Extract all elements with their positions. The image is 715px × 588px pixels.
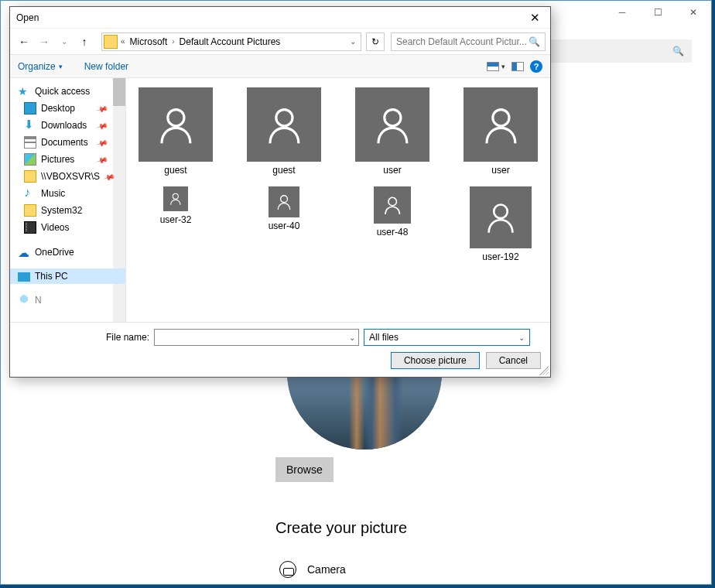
camera-row[interactable]: Camera xyxy=(279,561,346,578)
music-icon: ♪ xyxy=(24,187,36,200)
svg-point-0 xyxy=(167,109,183,125)
documents-icon xyxy=(24,136,36,149)
nav-back-button[interactable]: ← xyxy=(15,32,33,51)
breadcrumb-default-pictures[interactable]: Default Account Pictures xyxy=(176,36,284,47)
file-thumb[interactable]: user-40 xyxy=(238,183,330,265)
chevron-down-icon[interactable]: ⌄ xyxy=(349,333,355,342)
file-thumb[interactable]: user xyxy=(346,84,439,179)
svg-point-3 xyxy=(492,109,508,125)
maximize-button[interactable]: ☐ xyxy=(640,1,676,24)
filename-input[interactable]: ⌄ xyxy=(154,329,359,346)
file-label: user-32 xyxy=(160,214,192,225)
tree-desktop[interactable]: Desktop 📌 xyxy=(10,100,125,117)
onedrive-icon: ☁ xyxy=(18,246,30,258)
file-label: user-48 xyxy=(377,227,409,238)
resize-grip[interactable] xyxy=(539,366,549,375)
tree-downloads[interactable]: ⬇ Downloads 📌 xyxy=(10,117,125,134)
file-label: guest xyxy=(272,165,295,176)
browse-button[interactable]: Browse xyxy=(275,457,334,482)
preview-pane-button[interactable] xyxy=(511,62,524,71)
svg-point-6 xyxy=(388,197,397,206)
tree-music[interactable]: ♪ Music xyxy=(10,185,125,202)
tree-pictures[interactable]: Pictures 📌 xyxy=(10,151,125,168)
search-icon: 🔍 xyxy=(672,46,684,56)
pin-icon: 📌 xyxy=(96,153,108,166)
file-type-filter[interactable]: All files ⌄ xyxy=(364,329,530,346)
nav-history-button[interactable]: ⌄ xyxy=(55,32,74,51)
pin-icon: 📌 xyxy=(96,102,108,115)
organize-menu[interactable]: Organize ▾ xyxy=(18,61,63,72)
file-thumb[interactable]: user-48 xyxy=(346,183,439,265)
organize-label: Organize xyxy=(18,61,56,72)
user-avatar-icon xyxy=(247,87,321,162)
cancel-button[interactable]: Cancel xyxy=(486,352,541,369)
file-area[interactable]: guestguestuseruseruser-32user-40user-48u… xyxy=(126,78,550,322)
file-thumb[interactable]: user-192 xyxy=(454,183,547,265)
tree-label: Desktop xyxy=(41,103,75,114)
new-folder-button[interactable]: New folder xyxy=(84,61,128,72)
view-icon xyxy=(487,62,499,71)
help-button[interactable]: ? xyxy=(530,60,542,73)
tree-label: This PC xyxy=(35,271,68,282)
chevron-down-icon: ▾ xyxy=(501,63,505,70)
tree-label: N xyxy=(35,295,42,306)
tree-label: Music xyxy=(41,188,65,199)
pin-icon: 📌 xyxy=(96,136,108,149)
svg-point-2 xyxy=(384,109,400,125)
file-thumb[interactable]: guest xyxy=(129,84,222,179)
pin-icon: 📌 xyxy=(103,170,115,183)
file-thumb[interactable]: user xyxy=(454,84,547,179)
camera-label: Camera xyxy=(307,563,346,576)
address-bar[interactable]: « Microsoft › Default Account Pictures ⌄ xyxy=(101,32,361,51)
folder-icon xyxy=(104,35,118,49)
tree-this-pc[interactable]: This PC xyxy=(10,268,125,284)
tree-label: Documents xyxy=(41,137,88,148)
tree-label: Downloads xyxy=(41,120,87,131)
network-icon xyxy=(18,294,30,306)
create-picture-heading: Create your picture xyxy=(275,519,407,537)
view-mode-button[interactable]: ▾ xyxy=(487,62,505,71)
svg-point-4 xyxy=(173,193,178,199)
chevron-down-icon: ⌄ xyxy=(518,333,525,342)
tree-videos[interactable]: Videos xyxy=(10,219,125,236)
file-thumb[interactable]: user-32 xyxy=(129,183,222,265)
breadcrumb-microsoft[interactable]: Microsoft xyxy=(127,36,171,47)
nav-forward-button[interactable]: → xyxy=(35,32,53,51)
file-label: user xyxy=(383,165,401,176)
chevron-down-icon: ▾ xyxy=(59,63,63,70)
choose-picture-button[interactable]: Choose picture xyxy=(391,352,480,369)
search-box[interactable]: Search Default Account Pictur... 🔍 xyxy=(391,32,546,51)
svg-point-1 xyxy=(275,109,292,125)
tree-network[interactable]: N xyxy=(10,292,125,309)
nav-up-button[interactable]: ↑ xyxy=(75,32,94,51)
dialog-close-button[interactable]: ✕ xyxy=(519,7,550,29)
chevron-down-icon[interactable]: ⌄ xyxy=(345,37,361,46)
search-placeholder: Search Default Account Pictur... xyxy=(396,36,527,47)
user-avatar-icon xyxy=(139,87,213,162)
user-avatar-icon xyxy=(470,186,532,248)
svg-point-7 xyxy=(494,205,508,219)
user-avatar-icon xyxy=(269,186,299,217)
user-avatar-icon xyxy=(355,87,429,162)
user-avatar-icon xyxy=(464,87,538,162)
user-avatar-icon xyxy=(163,186,188,211)
bg-search-box[interactable]: 🔍 xyxy=(545,39,692,63)
minimize-button[interactable]: ─ xyxy=(604,1,640,24)
star-icon: ★ xyxy=(18,85,30,97)
camera-icon xyxy=(279,561,296,578)
tree-label: OneDrive xyxy=(35,247,74,258)
file-thumb[interactable]: guest xyxy=(238,84,330,179)
tree-system32[interactable]: System32 xyxy=(10,202,125,219)
user-avatar-icon xyxy=(374,186,411,224)
refresh-button[interactable]: ↻ xyxy=(366,32,385,51)
dialog-title: Open xyxy=(16,12,39,23)
tree-label: System32 xyxy=(41,205,82,216)
tree-vboxsvr[interactable]: \\VBOXSVR\S 📌 xyxy=(10,168,125,185)
filename-label: File name: xyxy=(18,332,149,343)
tree-quick-access[interactable]: ★ Quick access xyxy=(10,83,125,100)
tree-documents[interactable]: Documents 📌 xyxy=(10,134,125,151)
tree-onedrive[interactable]: ☁ OneDrive xyxy=(10,244,125,261)
close-bg-button[interactable]: ✕ xyxy=(676,1,711,24)
tree-label: Videos xyxy=(41,222,69,233)
folder-icon xyxy=(24,170,36,183)
